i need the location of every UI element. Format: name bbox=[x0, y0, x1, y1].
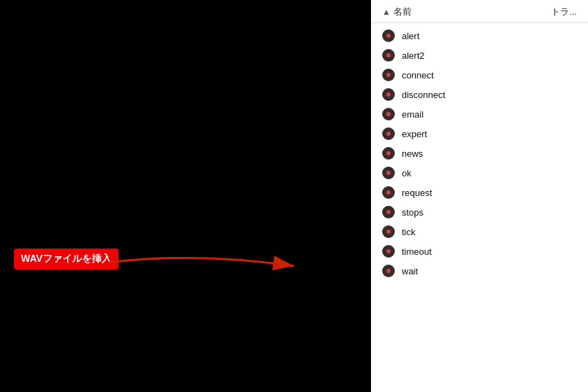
list-item[interactable]: email bbox=[371, 104, 588, 124]
file-name-label: stops bbox=[402, 207, 424, 218]
wav-label: WAVファイルを挿入 bbox=[14, 248, 118, 270]
wav-file-icon bbox=[382, 265, 395, 277]
wav-file-icon bbox=[382, 108, 395, 120]
file-name-label: news bbox=[402, 148, 423, 159]
file-name-label: disconnect bbox=[402, 90, 445, 100]
wav-file-icon bbox=[382, 245, 395, 258]
list-item[interactable]: news bbox=[371, 144, 588, 163]
wav-file-icon bbox=[382, 186, 395, 199]
file-name-label: request bbox=[402, 188, 432, 198]
list-item[interactable]: expert bbox=[371, 124, 588, 144]
file-name-label: ok bbox=[402, 168, 412, 178]
list-item[interactable]: disconnect bbox=[371, 85, 588, 104]
file-list: alertalert2connectdisconnectemailexpertn… bbox=[371, 23, 588, 392]
wav-file-icon bbox=[382, 167, 395, 179]
wav-file-icon bbox=[382, 127, 395, 140]
wav-file-icon bbox=[382, 147, 395, 160]
list-item[interactable]: request bbox=[371, 183, 588, 202]
list-item[interactable]: tick bbox=[371, 222, 588, 241]
file-name-label: email bbox=[402, 109, 424, 120]
list-item[interactable]: stops bbox=[371, 202, 588, 222]
file-name-label: timeout bbox=[402, 246, 432, 257]
file-panel: ▲ 名前 トラ... alertalert2connectdisconnecte… bbox=[371, 0, 588, 392]
file-name-label: wait bbox=[402, 266, 418, 276]
file-name-label: tick bbox=[402, 227, 416, 237]
list-item[interactable]: ok bbox=[371, 163, 588, 183]
wav-file-icon bbox=[382, 225, 395, 238]
list-item[interactable]: timeout bbox=[371, 241, 588, 261]
file-name-label: connect bbox=[402, 70, 434, 80]
list-item[interactable]: connect bbox=[371, 65, 588, 85]
list-item[interactable]: wait bbox=[371, 261, 588, 281]
chevron-up-icon: ▲ bbox=[382, 7, 391, 17]
wav-file-icon bbox=[382, 49, 395, 62]
wav-file-icon bbox=[382, 206, 395, 218]
file-name-label: expert bbox=[402, 129, 427, 139]
list-item[interactable]: alert2 bbox=[371, 46, 588, 65]
column-track-header: トラ... bbox=[551, 6, 577, 18]
column-name-header: 名前 bbox=[393, 6, 551, 18]
wav-file-icon bbox=[382, 88, 395, 101]
wav-file-icon bbox=[382, 69, 395, 81]
wav-file-icon bbox=[382, 29, 395, 42]
arrow-svg bbox=[0, 0, 371, 392]
list-item[interactable]: alert bbox=[371, 26, 588, 46]
file-name-label: alert bbox=[402, 31, 419, 41]
panel-header: ▲ 名前 トラ... bbox=[371, 0, 588, 23]
file-name-label: alert2 bbox=[402, 50, 425, 61]
annotation-container: WAVファイルを挿入 bbox=[0, 0, 371, 392]
